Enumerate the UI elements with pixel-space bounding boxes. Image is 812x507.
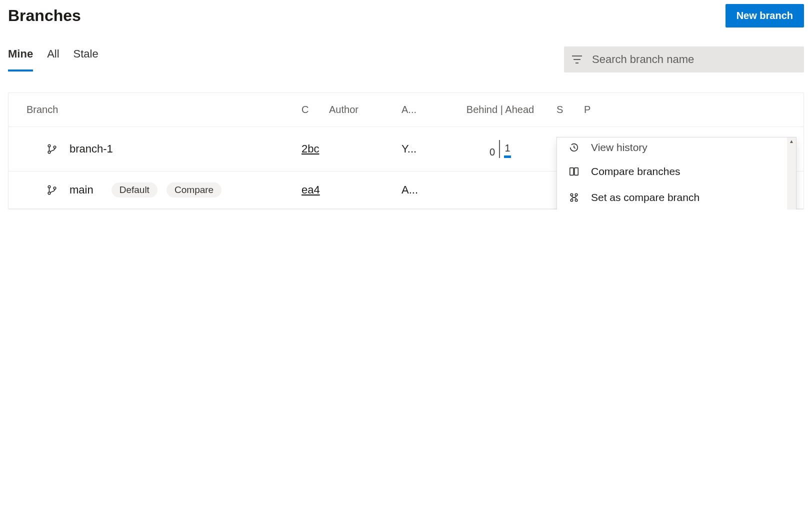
col-header-author[interactable]: Author	[329, 104, 402, 116]
col-header-branch[interactable]: Branch	[26, 104, 302, 116]
col-header-a[interactable]: A...	[402, 104, 444, 116]
search-box[interactable]	[564, 46, 804, 72]
col-header-behind-ahead[interactable]: Behind | Ahead	[444, 104, 556, 116]
svg-point-3	[48, 144, 50, 147]
svg-point-14	[570, 194, 573, 196]
commit-link[interactable]: 2bc	[302, 142, 319, 155]
tab-all[interactable]: All	[47, 48, 59, 72]
tabs-container: Mine All Stale	[8, 48, 98, 72]
branch-icon	[46, 184, 58, 196]
menu-scrollbar[interactable]: ▲ ▼	[787, 138, 796, 210]
behind-count: 0	[490, 146, 495, 158]
svg-point-15	[575, 194, 578, 196]
branch-icon	[46, 144, 58, 154]
page-title: Branches	[8, 6, 81, 25]
svg-point-5	[54, 146, 56, 148]
scroll-up-arrow[interactable]: ▲	[789, 138, 794, 144]
menu-label: Compare branches	[591, 166, 680, 178]
col-header-p[interactable]: P	[584, 104, 612, 116]
svg-point-10	[48, 192, 50, 194]
compare-badge: Compare	[166, 182, 222, 198]
search-input[interactable]	[592, 53, 796, 66]
menu-label: Set as compare branch	[591, 192, 700, 204]
date-abbrev: A...	[402, 184, 444, 196]
history-icon	[568, 142, 580, 154]
svg-point-16	[570, 199, 573, 202]
default-badge: Default	[112, 182, 158, 198]
filter-icon	[572, 55, 582, 64]
ahead-count: 1	[505, 142, 510, 154]
branch-context-menu: View history Compare branches Set as com…	[556, 137, 796, 210]
col-header-s[interactable]: S	[556, 104, 584, 116]
col-header-commit[interactable]: C	[302, 104, 329, 116]
menu-set-compare-branch[interactable]: Set as compare branch	[557, 184, 796, 210]
ahead-bar	[504, 156, 511, 158]
branches-table: Branch C Author A... Behind | Ahead S P …	[8, 92, 804, 210]
branch-name[interactable]: branch-1	[70, 142, 113, 156]
date-abbrev: Y...	[402, 142, 444, 156]
menu-label: View history	[591, 142, 648, 154]
new-branch-button[interactable]: New branch	[726, 4, 804, 28]
branch-name[interactable]: main	[70, 184, 94, 196]
set-compare-icon	[568, 192, 580, 204]
svg-point-9	[48, 186, 50, 188]
svg-rect-12	[570, 168, 574, 176]
menu-view-history[interactable]: View history	[557, 140, 796, 158]
svg-point-11	[54, 187, 56, 190]
svg-point-4	[48, 151, 50, 154]
table-header-row: Branch C Author A... Behind | Ahead S P	[8, 93, 804, 127]
menu-compare-branches[interactable]: Compare branches	[557, 158, 796, 184]
svg-point-17	[575, 199, 578, 202]
svg-rect-13	[574, 168, 578, 176]
ba-separator	[499, 140, 500, 158]
behind-ahead-indicator: 0 1	[490, 140, 511, 158]
compare-icon	[568, 166, 580, 178]
commit-link[interactable]: ea4	[302, 184, 320, 196]
tab-stale[interactable]: Stale	[74, 48, 98, 72]
tab-mine[interactable]: Mine	[8, 48, 33, 72]
